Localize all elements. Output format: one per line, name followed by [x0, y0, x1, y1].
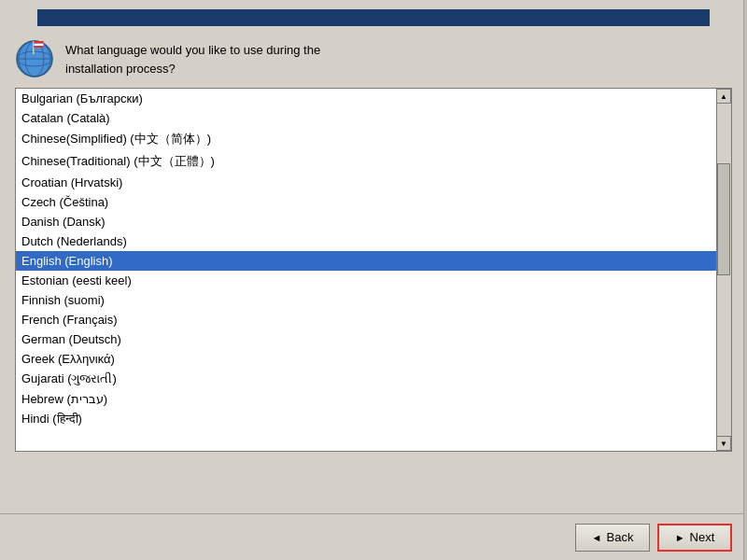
next-label: Next	[690, 530, 715, 544]
language-item[interactable]: Bulgarian (Български)	[16, 89, 731, 108]
language-item[interactable]: French (Français)	[16, 310, 731, 329]
back-label: Back	[606, 530, 633, 544]
svg-rect-9	[35, 46, 44, 48]
svg-rect-8	[35, 44, 44, 46]
language-list-container: Bulgarian (Български)Catalan (Català)Chi…	[15, 88, 732, 452]
language-list-scroll[interactable]: Bulgarian (Български)Catalan (Català)Chi…	[16, 89, 731, 451]
header-question: What language would you like to use duri…	[65, 37, 320, 77]
language-item[interactable]: Chinese(Traditional) (中文（正體）)	[16, 150, 731, 173]
language-item[interactable]: Czech (Čeština)	[16, 192, 731, 212]
language-item[interactable]: Chinese(Simplified) (中文（简体）)	[16, 128, 731, 150]
globe-icon	[15, 39, 54, 78]
language-item[interactable]: Hindi (हिन्दी)	[16, 409, 731, 429]
language-item[interactable]: English (English)	[16, 251, 731, 271]
scrollbar-down-button[interactable]: ▼	[716, 436, 731, 451]
scrollbar-up-button[interactable]: ▲	[716, 89, 731, 104]
language-item[interactable]: Dutch (Nederlands)	[16, 231, 731, 251]
svg-rect-7	[35, 41, 44, 43]
right-edge-decoration	[743, 0, 747, 560]
language-item[interactable]: Catalan (Català)	[16, 108, 731, 128]
back-button[interactable]: ◄ Back	[575, 524, 650, 552]
language-item[interactable]: Hebrew (עברית)	[16, 389, 731, 409]
progress-bar	[37, 9, 710, 26]
header-section: What language would you like to use duri…	[0, 26, 747, 88]
language-item[interactable]: Gujarati (ગુજરાતી)	[16, 369, 731, 389]
scrollbar-track: ▲ ▼	[716, 89, 731, 451]
language-item[interactable]: Croatian (Hrvatski)	[16, 173, 731, 192]
scrollbar-thumb[interactable]	[717, 163, 730, 275]
next-icon: ►	[675, 532, 685, 543]
language-item[interactable]: Danish (Dansk)	[16, 212, 731, 231]
language-item[interactable]: Finnish (suomi)	[16, 290, 731, 310]
footer: ◄ Back ► Next	[0, 513, 747, 560]
next-button[interactable]: ► Next	[657, 524, 732, 552]
svg-rect-5	[33, 41, 35, 54]
back-icon: ◄	[592, 532, 602, 543]
language-item[interactable]: German (Deutsch)	[16, 329, 731, 349]
language-item[interactable]: Estonian (eesti keel)	[16, 271, 731, 290]
language-item[interactable]: Greek (Ελληνικά)	[16, 349, 731, 369]
